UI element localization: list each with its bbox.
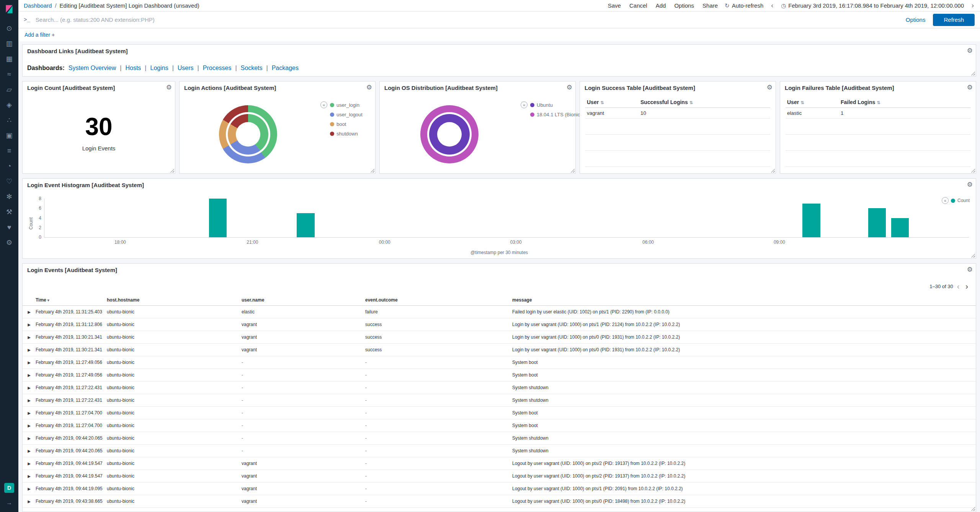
- refresh-button[interactable]: Refresh: [933, 14, 975, 26]
- column-header-message[interactable]: message: [512, 297, 976, 303]
- auto-refresh-button[interactable]: ↻ Auto-refresh: [725, 2, 763, 9]
- add-filter-link[interactable]: Add a filter +: [24, 32, 55, 38]
- dashboard-link-hosts[interactable]: Hosts: [125, 65, 141, 72]
- legend-item-boot[interactable]: boot: [330, 121, 363, 127]
- time-forward-icon[interactable]: ›: [971, 2, 975, 10]
- expand-row-icon[interactable]: ▶: [23, 487, 36, 491]
- sidebar-item-graph[interactable]: ✻: [0, 189, 18, 204]
- sidebar-item-dashboard[interactable]: ▦: [0, 51, 18, 67]
- pagination-next-icon[interactable]: ›: [963, 282, 970, 291]
- legend-dot: [330, 122, 334, 126]
- y-axis-title: Count: [28, 217, 34, 230]
- panel-dashboard-links: Dashboard Links [Auditbeat System] ⚙ Das…: [22, 44, 976, 77]
- query-options-link[interactable]: Options: [906, 16, 926, 23]
- kibana-logo[interactable]: [0, 0, 18, 18]
- sidebar-item-visualize[interactable]: ▥: [0, 36, 18, 51]
- expand-row-icon[interactable]: ▶: [23, 386, 36, 390]
- panel-options-gear-icon[interactable]: ⚙: [166, 83, 172, 91]
- column-header-time[interactable]: Time▾: [36, 297, 107, 303]
- sidebar-item-apm[interactable]: ◔: [0, 158, 18, 174]
- breadcrumb-dashboard-link[interactable]: Dashboard: [24, 2, 52, 9]
- panel-options-gear-icon[interactable]: ⚙: [967, 47, 973, 55]
- login-os-donut[interactable]: [420, 105, 479, 163]
- expand-row-icon[interactable]: ▶: [23, 461, 36, 466]
- sidebar-item-canvas[interactable]: ▱: [0, 82, 18, 97]
- expand-row-icon[interactable]: ▶: [23, 323, 36, 327]
- sidebar-collapse-icon[interactable]: →: [4, 499, 15, 507]
- sidebar-item-dev-tools[interactable]: ⚒: [0, 204, 18, 220]
- histogram-bar[interactable]: [209, 199, 227, 237]
- expand-row-icon[interactable]: ▶: [23, 474, 36, 478]
- topnav-share-button[interactable]: Share: [702, 2, 718, 9]
- sidebar-item-uptime[interactable]: ♡: [0, 174, 18, 189]
- histogram-bar[interactable]: [891, 218, 909, 238]
- expand-row-icon[interactable]: ▶: [23, 310, 36, 314]
- pagination-prev-icon[interactable]: ‹: [955, 282, 962, 291]
- expand-row-icon[interactable]: ▶: [23, 411, 36, 415]
- panel-options-gear-icon[interactable]: ⚙: [967, 181, 973, 189]
- legend-dot: [330, 132, 334, 136]
- event-row: ▶February 4th 2019, 09:44:19.547ubuntu-b…: [23, 470, 976, 483]
- expand-row-icon[interactable]: ▶: [23, 499, 36, 504]
- legend-item-user-logout[interactable]: user_logout: [330, 112, 363, 117]
- topnav-cancel-button[interactable]: Cancel: [629, 2, 647, 9]
- expand-row-icon[interactable]: ▶: [23, 436, 36, 440]
- sidebar-item-logs[interactable]: ≡: [0, 143, 18, 158]
- legend-item-user-login[interactable]: user_login: [330, 102, 363, 108]
- panel-options-gear-icon[interactable]: ⚙: [567, 83, 572, 91]
- column-header-user-name[interactable]: user.name: [242, 297, 365, 303]
- sidebar-item-discover[interactable]: ⊙: [0, 21, 18, 36]
- legend-collapse-icon[interactable]: «: [320, 101, 327, 108]
- cell-message: System shutdown: [512, 448, 976, 453]
- panel-options-gear-icon[interactable]: ⚙: [967, 83, 973, 91]
- login-actions-donut[interactable]: [219, 105, 277, 163]
- topnav-add-button[interactable]: Add: [656, 2, 666, 9]
- cell-time: February 4th 2019, 09:44:20.065: [36, 448, 107, 453]
- histogram-bar[interactable]: [297, 213, 314, 237]
- dashboard-link-users[interactable]: Users: [178, 65, 194, 72]
- column-header-successful-logins[interactable]: Successful Logins⇅: [640, 99, 769, 105]
- cell-time: February 4th 2019, 11:27:22.431: [36, 398, 107, 403]
- time-back-icon[interactable]: ‹: [770, 2, 774, 10]
- dashboard-link-system-overview[interactable]: System Overview: [69, 65, 116, 72]
- expand-row-icon[interactable]: ▶: [23, 348, 36, 352]
- topnav-options-button[interactable]: Options: [674, 2, 694, 9]
- expand-row-icon[interactable]: ▶: [23, 449, 36, 453]
- panel-options-gear-icon[interactable]: ⚙: [767, 83, 773, 91]
- expand-row-icon[interactable]: ▶: [23, 398, 36, 403]
- expand-row-icon[interactable]: ▶: [23, 424, 36, 428]
- dashboard-link-sockets[interactable]: Sockets: [241, 65, 263, 72]
- panel-options-gear-icon[interactable]: ⚙: [366, 83, 372, 91]
- column-header-event-outcome[interactable]: event.outcome: [365, 297, 512, 303]
- cell-message: Logout by user vagrant (UID: 1000) on pt…: [512, 461, 976, 466]
- dashboards-label: Dashboards:: [27, 65, 65, 72]
- sidebar-item-management[interactable]: ⚙: [0, 235, 18, 250]
- dashboard-link-logins[interactable]: Logins: [150, 65, 168, 72]
- search-input[interactable]: [35, 16, 901, 23]
- column-header-user[interactable]: User⇅: [587, 99, 640, 105]
- topnav-save-button[interactable]: Save: [608, 2, 621, 9]
- expand-row-icon[interactable]: ▶: [23, 360, 36, 365]
- histogram-bar[interactable]: [868, 208, 886, 237]
- dashboard-link-processes[interactable]: Processes: [203, 65, 232, 72]
- panel-options-gear-icon[interactable]: ⚙: [967, 266, 973, 274]
- sidebar-item-machine-learning[interactable]: ∴: [0, 113, 18, 128]
- sidebar-item-maps[interactable]: ◈: [0, 97, 18, 113]
- expand-row-icon[interactable]: ▶: [23, 335, 36, 339]
- column-header-user[interactable]: User⇅: [787, 99, 841, 105]
- cell-time: February 4th 2019, 11:30:21.341: [36, 347, 107, 352]
- sidebar-item-timelion[interactable]: ≈: [0, 67, 18, 82]
- dashboard-link-packages[interactable]: Packages: [272, 65, 299, 72]
- histogram-bar[interactable]: [802, 204, 820, 237]
- legend-dot: [330, 113, 334, 117]
- legend-collapse-icon[interactable]: «: [521, 101, 528, 108]
- column-header-host-hostname[interactable]: host.hostname: [107, 297, 242, 303]
- sidebar-item-monitoring[interactable]: ♥: [0, 220, 18, 235]
- space-badge[interactable]: D: [4, 483, 14, 493]
- column-header-failed-logins[interactable]: Failed Logins⇅: [841, 99, 969, 105]
- sidebar-item-infrastructure[interactable]: ▣: [0, 128, 18, 143]
- legend-item-shutdown[interactable]: shutdown: [330, 131, 363, 137]
- expand-row-icon[interactable]: ▶: [23, 373, 36, 377]
- cell-hostname: ubuntu-bionic: [107, 385, 242, 390]
- time-range-picker[interactable]: ◷ February 3rd 2019, 16:17:08.984 to Feb…: [781, 2, 964, 9]
